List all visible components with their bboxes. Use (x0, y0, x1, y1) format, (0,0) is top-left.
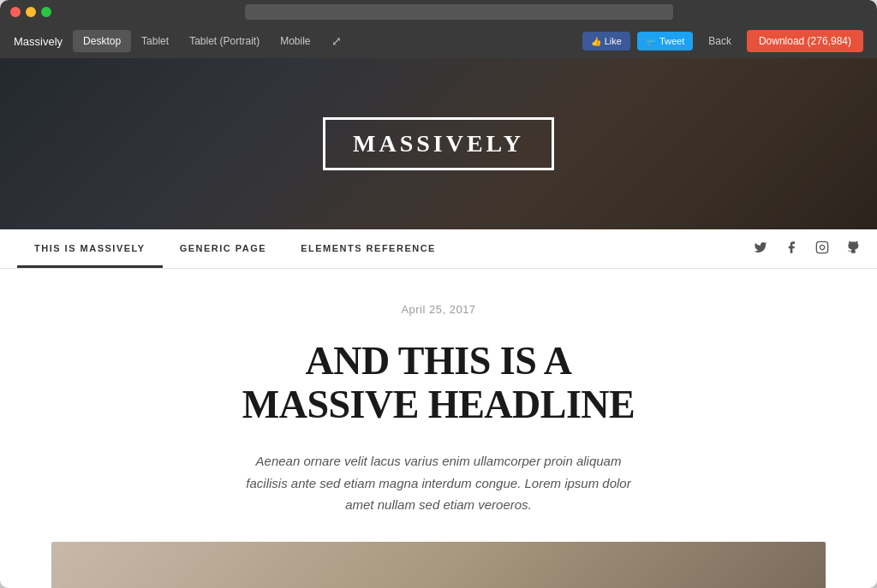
like-button[interactable]: 👍 Like (582, 32, 630, 50)
maximize-button[interactable] (41, 7, 51, 17)
twitter-icon[interactable] (754, 241, 767, 258)
close-button[interactable] (10, 7, 21, 17)
like-label: Like (605, 36, 622, 46)
tweet-icon: 🐦 (646, 37, 656, 46)
site-nav: THIS IS MASSIVELY GENERIC PAGE ELEMENTS … (0, 229, 877, 269)
article-image (51, 542, 826, 588)
article-headline: AND THIS IS A MASSIVE HEADLINE (51, 340, 826, 426)
app-window: Massively Desktop Tablet Tablet (Portrai… (0, 0, 877, 588)
article-date: April 25, 2017 (51, 303, 826, 316)
facebook-icon[interactable] (785, 241, 798, 258)
window-controls (10, 7, 51, 17)
back-button[interactable]: Back (700, 31, 740, 51)
tab-tablet[interactable]: Tablet (131, 30, 179, 52)
tweet-button[interactable]: 🐦 Tweet (637, 32, 693, 50)
external-link-icon[interactable]: ⤢ (328, 31, 345, 51)
instagram-icon[interactable] (815, 241, 829, 258)
article-content: April 25, 2017 AND THIS IS A MASSIVE HEA… (0, 269, 877, 588)
nav-item-massively[interactable]: THIS IS MASSIVELY (17, 229, 163, 268)
tab-desktop[interactable]: Desktop (73, 30, 131, 52)
tweet-label: Tweet (659, 36, 684, 46)
nav-item-elements[interactable]: ELEMENTS REFERENCE (283, 229, 453, 268)
browser-content: MASSIVELY THIS IS MASSIVELY GENERIC PAGE… (0, 58, 877, 588)
toolbar: Massively Desktop Tablet Tablet (Portrai… (0, 24, 877, 58)
brand-label: Massively (14, 35, 63, 48)
minimize-button[interactable] (26, 7, 36, 17)
social-icons (754, 229, 860, 268)
like-icon: 👍 (591, 37, 601, 46)
titlebar (0, 0, 877, 24)
site-hero: MASSIVELY (0, 58, 877, 229)
hero-logo-text: MASSIVELY (353, 130, 524, 157)
article-excerpt: Aenean ornare velit lacus varius enim ul… (242, 450, 635, 516)
nav-item-generic[interactable]: GENERIC PAGE (163, 229, 284, 268)
tab-tablet-portrait[interactable]: Tablet (Portrait) (179, 30, 270, 52)
toolbar-actions: 👍 Like 🐦 Tweet Back Download (276,984) (582, 30, 863, 52)
tab-mobile[interactable]: Mobile (270, 30, 320, 52)
view-tabs: Desktop Tablet Tablet (Portrait) Mobile (73, 30, 320, 52)
headline-line1: AND THIS IS A (306, 339, 572, 383)
svg-rect-0 (816, 241, 827, 252)
download-button[interactable]: Download (276,984) (747, 30, 863, 52)
github-icon[interactable] (846, 241, 860, 258)
hero-logo-box: MASSIVELY (323, 117, 554, 170)
headline-line2: MASSIVE HEADLINE (242, 383, 635, 426)
